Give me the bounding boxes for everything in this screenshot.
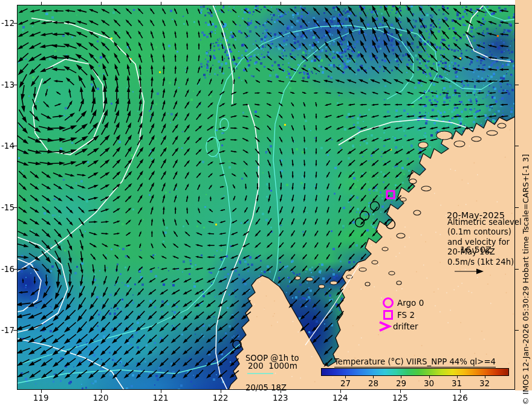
altimetric-annotation: Altimetric sealevel(0.1m contours)and ve… (447, 218, 522, 267)
y-tick-label: -14 (0, 141, 15, 150)
altimetric-line: Altimetric sealevel (447, 218, 522, 227)
colorbar-title: Temperature (°C) VIIRS_NPP 44% ql>=4 (334, 357, 496, 367)
altimetric-line: (0.1m contours) (447, 227, 522, 237)
altimetric-line: 0.5m/s (1kt 24h) (447, 257, 522, 267)
colorbar-tick-label: 29 (388, 378, 414, 388)
y-tick-label: -13 (0, 80, 15, 89)
colorbar-tick-label: 30 (416, 378, 443, 388)
x-tick-label: 122 (207, 393, 234, 403)
soop-line2: 20/05 18Z (245, 383, 299, 393)
colorbar-tick-label: 31 (444, 378, 470, 388)
copyright-vertical: © IMOS 12-Jan-2026 05:30:29 Hobart time … (521, 154, 530, 405)
x-tick-label: 126 (447, 393, 473, 403)
colorbar-tick-label: 27 (332, 378, 358, 388)
y-tick-label: -17 (0, 325, 15, 335)
y-tick-label: -16 (0, 264, 15, 274)
x-tick-label: 120 (88, 393, 114, 403)
legend-label-drifter: drifter (393, 322, 418, 331)
legend-label-argo: Argo 0 (397, 298, 424, 308)
x-tick-label: 125 (387, 393, 414, 403)
figure: 20-May-2025 16:50Z Altimetric sealevel(0… (0, 0, 532, 411)
x-tick-label: 124 (327, 393, 354, 403)
legend-label-fs: FS 2 (397, 310, 415, 320)
depth-legend-label: 200 1000m (248, 361, 297, 371)
y-tick-label: -12 (0, 18, 15, 28)
x-tick-label: 121 (148, 393, 174, 403)
altimetric-line: and velocity for (447, 238, 522, 247)
x-tick-label: 123 (267, 393, 294, 403)
colorbar-tick-label: 32 (472, 378, 498, 388)
altimetric-line: 20-May 16Z (447, 247, 522, 257)
y-tick-label: -15 (0, 202, 15, 212)
colorbar-title-wrap: Temperature (°C) VIIRS_NPP 44% ql>=4 (321, 355, 509, 367)
x-tick-label: 119 (28, 393, 54, 403)
colorbar-tick-label: 28 (360, 378, 386, 388)
